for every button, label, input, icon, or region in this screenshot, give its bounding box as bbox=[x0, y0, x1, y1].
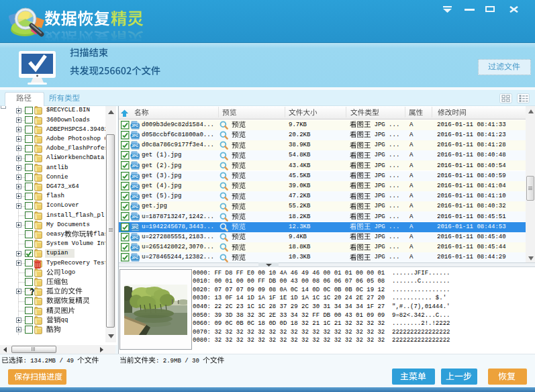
svg-text:JPG: JPG bbox=[132, 226, 138, 230]
svg-text:JPG: JPG bbox=[132, 175, 138, 179]
svg-text:JPG: JPG bbox=[132, 134, 138, 138]
svg-text:JPG: JPG bbox=[132, 205, 138, 209]
svg-text:JPG: JPG bbox=[132, 144, 138, 148]
svg-text:JPG: JPG bbox=[132, 124, 138, 128]
svg-text:JPG: JPG bbox=[132, 246, 138, 250]
svg-text:JPG: JPG bbox=[132, 154, 138, 158]
svg-text:JPG: JPG bbox=[132, 185, 138, 189]
svg-text:JPG: JPG bbox=[132, 164, 138, 168]
svg-text:JPG: JPG bbox=[132, 256, 138, 260]
svg-text:JPG: JPG bbox=[132, 236, 138, 240]
svg-text:JPG: JPG bbox=[132, 215, 138, 219]
svg-text:JPG: JPG bbox=[132, 195, 138, 199]
